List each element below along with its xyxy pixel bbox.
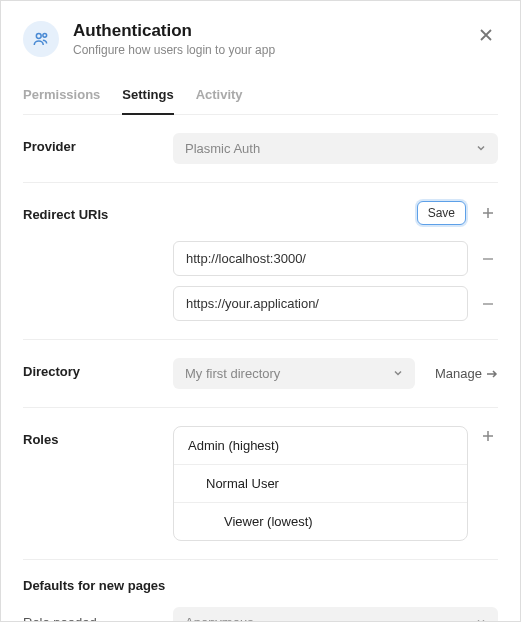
roles-label: Roles [23, 426, 173, 447]
manage-label: Manage [435, 366, 482, 381]
directory-select[interactable]: My first directory [173, 358, 415, 389]
tab-activity[interactable]: Activity [196, 77, 243, 114]
provider-value: Plasmic Auth [185, 141, 260, 156]
tab-settings[interactable]: Settings [122, 77, 173, 114]
arrow-right-icon [486, 369, 498, 379]
chevron-down-icon [393, 366, 403, 381]
svg-point-0 [36, 34, 41, 39]
add-role-button[interactable] [478, 426, 498, 446]
role-item[interactable]: Admin (highest) [174, 427, 467, 465]
plus-icon [482, 430, 494, 442]
tab-permissions[interactable]: Permissions [23, 77, 100, 114]
close-button[interactable] [474, 23, 498, 47]
directory-value: My first directory [185, 366, 280, 381]
chevron-down-icon [476, 141, 486, 156]
users-icon [23, 21, 59, 57]
remove-uri-button[interactable] [478, 294, 498, 314]
role-needed-label: Role needed [23, 615, 173, 622]
save-button[interactable]: Save [417, 201, 466, 225]
directory-label: Directory [23, 358, 173, 379]
provider-label: Provider [23, 133, 173, 154]
provider-select[interactable]: Plasmic Auth [173, 133, 498, 164]
remove-uri-button[interactable] [478, 249, 498, 269]
redirect-uri-input[interactable] [173, 241, 468, 276]
page-title: Authentication [73, 21, 474, 41]
role-needed-value: Anonymous [185, 615, 254, 622]
minus-icon [482, 253, 494, 265]
plus-icon [482, 207, 494, 219]
redirect-uri-input[interactable] [173, 286, 468, 321]
add-uri-button[interactable] [478, 203, 498, 223]
chevron-down-icon [476, 615, 486, 622]
svg-point-1 [43, 33, 47, 37]
page-subtitle: Configure how users login to your app [73, 43, 474, 57]
role-needed-select[interactable]: Anonymous [173, 607, 498, 622]
manage-link[interactable]: Manage [435, 366, 498, 381]
tabs: Permissions Settings Activity [23, 77, 498, 115]
close-icon [479, 28, 493, 42]
minus-icon [482, 298, 494, 310]
role-item[interactable]: Normal User [174, 465, 467, 503]
redirect-label: Redirect URIs [23, 201, 173, 222]
roles-list: Admin (highest) Normal User Viewer (lowe… [173, 426, 468, 541]
defaults-header: Defaults for new pages [23, 560, 498, 607]
role-item[interactable]: Viewer (lowest) [174, 503, 467, 540]
